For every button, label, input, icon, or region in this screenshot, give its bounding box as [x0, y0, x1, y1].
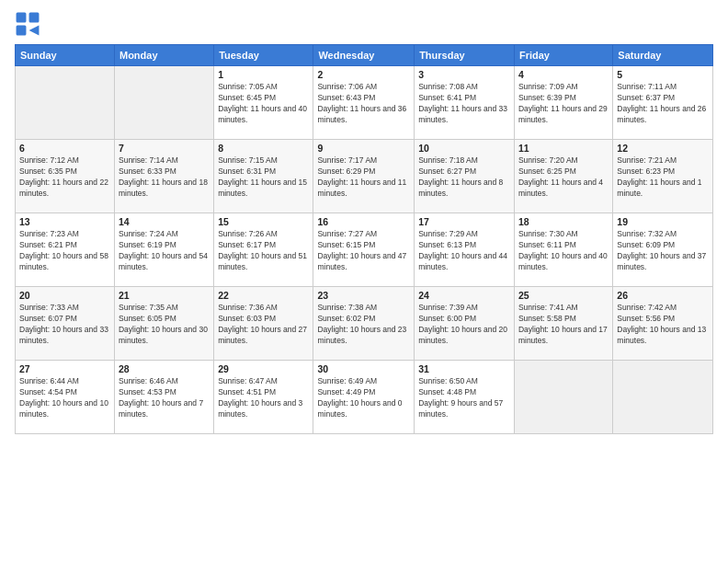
calendar-cell: 27Sunrise: 6:44 AMSunset: 4:54 PMDayligh… — [16, 361, 115, 434]
day-info: Sunrise: 7:23 AMSunset: 6:21 PMDaylight:… — [19, 229, 110, 273]
day-number: 7 — [119, 143, 210, 154]
day-number: 2 — [317, 69, 410, 80]
day-number: 10 — [418, 143, 510, 154]
calendar-cell: 23Sunrise: 7:38 AMSunset: 6:02 PMDayligh… — [313, 287, 415, 361]
calendar-cell: 24Sunrise: 7:39 AMSunset: 6:00 PMDayligh… — [415, 287, 515, 361]
day-info: Sunrise: 7:38 AMSunset: 6:02 PMDaylight:… — [317, 303, 410, 347]
calendar-cell: 26Sunrise: 7:42 AMSunset: 5:56 PMDayligh… — [613, 287, 713, 361]
calendar-cell: 13Sunrise: 7:23 AMSunset: 6:21 PMDayligh… — [16, 213, 115, 287]
calendar-cell: 11Sunrise: 7:20 AMSunset: 6:25 PMDayligh… — [514, 140, 612, 213]
calendar-cell: 29Sunrise: 6:47 AMSunset: 4:51 PMDayligh… — [214, 361, 313, 434]
day-info: Sunrise: 6:44 AMSunset: 4:54 PMDaylight:… — [19, 376, 110, 420]
day-number: 22 — [218, 290, 309, 301]
day-info: Sunrise: 7:24 AMSunset: 6:19 PMDaylight:… — [119, 229, 210, 273]
day-info: Sunrise: 7:36 AMSunset: 6:03 PMDaylight:… — [218, 303, 309, 347]
day-number: 4 — [518, 69, 609, 80]
day-number: 30 — [317, 363, 410, 374]
day-number: 11 — [518, 143, 609, 154]
calendar-cell: 2Sunrise: 7:06 AMSunset: 6:43 PMDaylight… — [313, 66, 415, 140]
calendar-cell: 31Sunrise: 6:50 AMSunset: 4:48 PMDayligh… — [415, 361, 515, 434]
day-info: Sunrise: 7:39 AMSunset: 6:00 PMDaylight:… — [418, 303, 510, 347]
day-info: Sunrise: 7:32 AMSunset: 6:09 PMDaylight:… — [617, 229, 709, 273]
day-number: 13 — [19, 216, 110, 227]
svg-marker-3 — [29, 26, 40, 36]
calendar-cell: 4Sunrise: 7:09 AMSunset: 6:39 PMDaylight… — [514, 66, 612, 140]
day-number: 6 — [19, 143, 110, 154]
day-number: 3 — [418, 69, 510, 80]
day-info: Sunrise: 7:18 AMSunset: 6:27 PMDaylight:… — [418, 155, 510, 200]
day-number: 28 — [119, 363, 210, 374]
weekday-header-monday: Monday — [114, 45, 213, 66]
weekday-header-sunday: Sunday — [16, 45, 115, 66]
week-row-2: 6Sunrise: 7:12 AMSunset: 6:35 PMDaylight… — [16, 140, 713, 213]
svg-rect-0 — [17, 13, 27, 23]
calendar-cell: 7Sunrise: 7:14 AMSunset: 6:33 PMDaylight… — [114, 140, 213, 213]
calendar-cell: 28Sunrise: 6:46 AMSunset: 4:53 PMDayligh… — [114, 361, 213, 434]
day-info: Sunrise: 7:42 AMSunset: 5:56 PMDaylight:… — [617, 303, 709, 347]
week-row-5: 27Sunrise: 6:44 AMSunset: 4:54 PMDayligh… — [16, 361, 713, 434]
week-row-1: 1Sunrise: 7:05 AMSunset: 6:45 PMDaylight… — [16, 66, 713, 140]
day-number: 20 — [19, 290, 110, 301]
weekday-header-tuesday: Tuesday — [214, 45, 313, 66]
day-info: Sunrise: 7:21 AMSunset: 6:23 PMDaylight:… — [617, 155, 709, 200]
day-info: Sunrise: 7:17 AMSunset: 6:29 PMDaylight:… — [317, 155, 410, 200]
day-info: Sunrise: 7:14 AMSunset: 6:33 PMDaylight:… — [119, 155, 210, 200]
day-info: Sunrise: 7:05 AMSunset: 6:45 PMDaylight:… — [218, 82, 309, 126]
calendar-table: SundayMondayTuesdayWednesdayThursdayFrid… — [15, 44, 713, 434]
day-number: 31 — [418, 363, 510, 374]
calendar-cell: 1Sunrise: 7:05 AMSunset: 6:45 PMDaylight… — [214, 66, 313, 140]
day-info: Sunrise: 7:30 AMSunset: 6:11 PMDaylight:… — [518, 229, 609, 273]
logo — [15, 11, 44, 37]
day-info: Sunrise: 7:26 AMSunset: 6:17 PMDaylight:… — [218, 229, 309, 273]
calendar-cell — [16, 66, 115, 140]
day-number: 8 — [218, 143, 309, 154]
calendar-cell: 6Sunrise: 7:12 AMSunset: 6:35 PMDaylight… — [16, 140, 115, 213]
day-number: 12 — [617, 143, 709, 154]
calendar-cell: 19Sunrise: 7:32 AMSunset: 6:09 PMDayligh… — [613, 213, 713, 287]
header — [15, 11, 713, 37]
day-info: Sunrise: 7:08 AMSunset: 6:41 PMDaylight:… — [418, 82, 510, 126]
calendar-cell: 17Sunrise: 7:29 AMSunset: 6:13 PMDayligh… — [415, 213, 515, 287]
day-number: 15 — [218, 216, 309, 227]
day-info: Sunrise: 7:09 AMSunset: 6:39 PMDaylight:… — [518, 82, 609, 126]
calendar-cell: 25Sunrise: 7:41 AMSunset: 5:58 PMDayligh… — [514, 287, 612, 361]
day-number: 14 — [119, 216, 210, 227]
day-info: Sunrise: 7:06 AMSunset: 6:43 PMDaylight:… — [317, 82, 410, 126]
page: SundayMondayTuesdayWednesdayThursdayFrid… — [0, 0, 728, 563]
weekday-header-thursday: Thursday — [415, 45, 515, 66]
day-number: 16 — [317, 216, 410, 227]
calendar-cell: 21Sunrise: 7:35 AMSunset: 6:05 PMDayligh… — [114, 287, 213, 361]
calendar-cell: 15Sunrise: 7:26 AMSunset: 6:17 PMDayligh… — [214, 213, 313, 287]
day-number: 24 — [418, 290, 510, 301]
calendar-cell: 14Sunrise: 7:24 AMSunset: 6:19 PMDayligh… — [114, 213, 213, 287]
calendar-cell: 12Sunrise: 7:21 AMSunset: 6:23 PMDayligh… — [613, 140, 713, 213]
week-row-3: 13Sunrise: 7:23 AMSunset: 6:21 PMDayligh… — [16, 213, 713, 287]
calendar-cell — [114, 66, 213, 140]
day-info: Sunrise: 7:35 AMSunset: 6:05 PMDaylight:… — [119, 303, 210, 347]
calendar-cell: 18Sunrise: 7:30 AMSunset: 6:11 PMDayligh… — [514, 213, 612, 287]
calendar-cell: 22Sunrise: 7:36 AMSunset: 6:03 PMDayligh… — [214, 287, 313, 361]
calendar-cell: 9Sunrise: 7:17 AMSunset: 6:29 PMDaylight… — [313, 140, 415, 213]
weekday-header-saturday: Saturday — [613, 45, 713, 66]
calendar-cell: 10Sunrise: 7:18 AMSunset: 6:27 PMDayligh… — [415, 140, 515, 213]
day-info: Sunrise: 7:20 AMSunset: 6:25 PMDaylight:… — [518, 155, 609, 200]
day-info: Sunrise: 7:12 AMSunset: 6:35 PMDaylight:… — [19, 155, 110, 200]
day-number: 21 — [119, 290, 210, 301]
weekday-header-row: SundayMondayTuesdayWednesdayThursdayFrid… — [16, 45, 713, 66]
day-info: Sunrise: 7:29 AMSunset: 6:13 PMDaylight:… — [418, 229, 510, 273]
day-number: 1 — [218, 69, 309, 80]
calendar-cell — [613, 361, 713, 434]
day-number: 17 — [418, 216, 510, 227]
day-number: 26 — [617, 290, 709, 301]
day-info: Sunrise: 7:11 AMSunset: 6:37 PMDaylight:… — [617, 82, 709, 126]
svg-rect-2 — [17, 26, 27, 36]
day-info: Sunrise: 6:46 AMSunset: 4:53 PMDaylight:… — [119, 376, 210, 420]
calendar-cell: 16Sunrise: 7:27 AMSunset: 6:15 PMDayligh… — [313, 213, 415, 287]
day-info: Sunrise: 7:27 AMSunset: 6:15 PMDaylight:… — [317, 229, 410, 273]
day-number: 19 — [617, 216, 709, 227]
calendar-cell: 3Sunrise: 7:08 AMSunset: 6:41 PMDaylight… — [415, 66, 515, 140]
day-number: 25 — [518, 290, 609, 301]
day-number: 5 — [617, 69, 709, 80]
calendar-cell: 5Sunrise: 7:11 AMSunset: 6:37 PMDaylight… — [613, 66, 713, 140]
day-info: Sunrise: 6:50 AMSunset: 4:48 PMDaylight:… — [418, 376, 510, 420]
